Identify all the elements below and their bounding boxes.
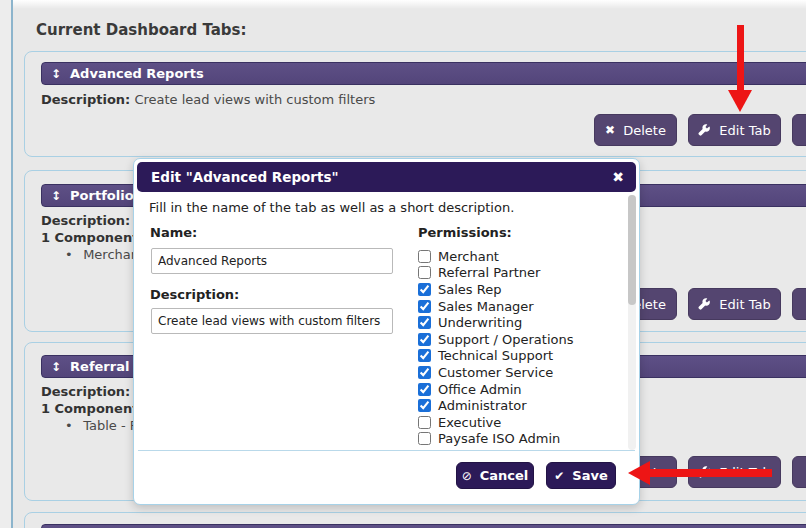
permission-row[interactable]: Sales Manager [418, 298, 623, 315]
wrench-icon [698, 298, 711, 311]
tab-header-advanced-reports[interactable]: ↕ Advanced Reports [41, 62, 806, 85]
drag-handle-icon[interactable]: ↕ [51, 189, 61, 203]
drag-handle-icon[interactable]: ↕ [51, 67, 61, 81]
delete-icon: ✖ [605, 123, 615, 137]
permission-checkbox[interactable] [418, 283, 431, 296]
permissions-list: Merchant Referral Partner Sales Rep Sale… [418, 248, 623, 450]
description-label: Description: [150, 287, 239, 302]
footer-divider [138, 450, 635, 451]
tab-description: Description: [41, 384, 130, 399]
component-count: 1 Component: [41, 401, 144, 416]
edit-tab-dialog: Edit "Advanced Reports" ✖ Fill in the na… [133, 158, 640, 505]
tab-title: Advanced Reports [70, 66, 204, 81]
page-left-border [11, 0, 13, 528]
permission-row[interactable]: Office Admin [418, 381, 623, 398]
arrow-to-save-shaft [649, 469, 772, 477]
permission-checkbox[interactable] [418, 250, 431, 263]
permission-row[interactable]: Administrator [418, 397, 623, 414]
tab-header-partial[interactable] [41, 524, 806, 528]
partial-cut-button[interactable] [792, 114, 806, 146]
name-input[interactable] [151, 248, 393, 274]
tab-description: Description: W [41, 213, 147, 228]
permission-row[interactable]: Underwriting [418, 314, 623, 331]
cancel-icon: ⊘ [462, 469, 472, 483]
tab-panel-advanced-reports: ↕ Advanced Reports Description: Create l… [24, 51, 806, 157]
tab-panel-partial [24, 512, 806, 528]
permission-row[interactable]: Executive [418, 414, 623, 431]
permissions-label: Permissions: [418, 225, 512, 240]
dialog-title: Edit "Advanced Reports" [151, 169, 612, 185]
name-label: Name: [150, 225, 197, 240]
edit-tab-button[interactable]: Edit Tab [688, 114, 781, 146]
permission-row[interactable]: Paysafe ISO Admin [418, 431, 623, 448]
permission-checkbox[interactable] [418, 399, 431, 412]
wrench-icon [698, 124, 711, 137]
page-title: Current Dashboard Tabs: [36, 21, 247, 39]
permission-row[interactable]: Customer Service [418, 364, 623, 381]
dialog-intro-text: Fill in the name of the tab as well as a… [149, 200, 514, 215]
cancel-button[interactable]: ⊘ Cancel [456, 462, 534, 489]
bullet-icon: • [65, 247, 79, 262]
drag-handle-icon[interactable]: ↕ [51, 360, 61, 374]
permission-row[interactable]: Technical Support [418, 348, 623, 365]
arrow-to-save-head [628, 461, 650, 485]
arrow-to-edit-tab-shaft [737, 25, 744, 91]
permission-row[interactable]: Referral Partner [418, 265, 623, 282]
partial-cut-button[interactable] [792, 456, 806, 488]
scrollbar-thumb[interactable] [628, 195, 636, 305]
partial-cut-button[interactable] [792, 288, 806, 320]
delete-button[interactable]: ✖ Delete [594, 114, 677, 146]
permission-row[interactable]: Sales Rep [418, 281, 623, 298]
page-left-margin [0, 0, 11, 528]
bullet-icon: • [65, 418, 79, 433]
permission-checkbox[interactable] [418, 383, 431, 396]
permission-checkbox[interactable] [418, 416, 431, 429]
page-top-sheen [0, 0, 806, 9]
permission-checkbox[interactable] [418, 266, 431, 279]
arrow-to-edit-tab-head [728, 90, 752, 112]
save-check-icon: ✔ [554, 469, 564, 483]
close-icon[interactable]: ✖ [612, 169, 624, 185]
permission-checkbox[interactable] [418, 432, 431, 445]
permission-checkbox[interactable] [418, 300, 431, 313]
permission-checkbox[interactable] [418, 333, 431, 346]
edit-tab-button[interactable]: Edit Tab [688, 288, 781, 320]
permission-checkbox[interactable] [418, 366, 431, 379]
permission-row[interactable]: Support / Operations [418, 331, 623, 348]
component-count: 1 Component: [41, 230, 144, 245]
save-button[interactable]: ✔ Save [546, 462, 616, 489]
permission-checkbox[interactable] [418, 349, 431, 362]
description-input[interactable] [151, 308, 393, 334]
permission-checkbox[interactable] [418, 316, 431, 329]
tab-description: Description: Create lead views with cust… [41, 92, 375, 107]
dialog-header: Edit "Advanced Reports" ✖ [137, 162, 636, 192]
permission-row[interactable]: Merchant [418, 248, 623, 265]
